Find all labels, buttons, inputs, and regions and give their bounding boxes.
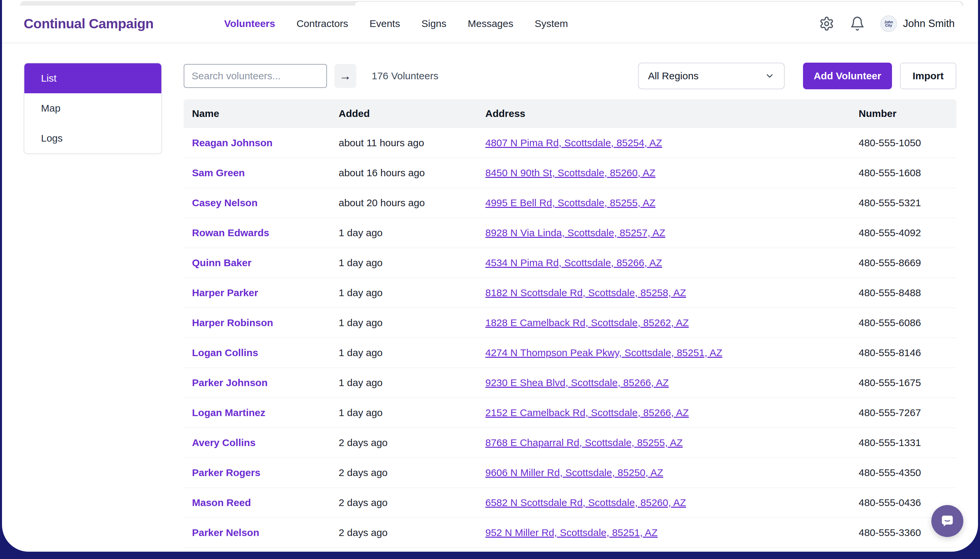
main-nav: Volunteers Contractors Events Signs Mess… — [224, 18, 568, 29]
table-row[interactable]: Parker Rogers 2 days ago 9606 N Miller R… — [184, 458, 956, 488]
sidebar-item-label: Map — [41, 103, 60, 114]
volunteer-name-link[interactable]: Parker Rogers — [192, 467, 260, 478]
volunteer-count: 176 Volunteers — [371, 70, 438, 82]
table-row[interactable]: Quinn Baker 1 day ago 4534 N Pima Rd, Sc… — [184, 248, 956, 278]
number-cell: 480-555-7267 — [850, 398, 956, 428]
volunteer-name-link[interactable]: Parker Nelson — [192, 527, 259, 538]
nav-volunteers[interactable]: Volunteers — [224, 18, 275, 29]
volunteer-name-link[interactable]: Logan Martinez — [192, 407, 265, 418]
avatar: John City — [881, 15, 897, 32]
nav-events[interactable]: Events — [369, 18, 400, 29]
address-link[interactable]: 9606 N Miller Rd, Scottsdale, 85250, AZ — [485, 467, 663, 478]
address-link[interactable]: 4807 N Pima Rd, Scottsdale, 85254, AZ — [485, 137, 662, 148]
table-row[interactable]: Sam Green about 16 hours ago 8450 N 90th… — [184, 158, 956, 188]
address-link[interactable]: 8928 N Via Linda, Scottsdale, 85257, AZ — [485, 227, 665, 238]
column-header-address[interactable]: Address — [477, 99, 850, 128]
address-link[interactable]: 4995 E Bell Rd, Scottsdale, 85255, AZ — [485, 197, 655, 208]
region-filter-select[interactable]: All Regions — [638, 63, 785, 89]
volunteer-name-link[interactable]: Mason Reed — [192, 497, 251, 508]
number-cell: 480-555-1608 — [850, 158, 956, 188]
number-cell: 480-555-6316 — [850, 547, 956, 552]
table-row[interactable]: Harper Parker 1 day ago 8182 N Scottsdal… — [184, 278, 956, 308]
address-link[interactable]: 8450 N 90th St, Scottsdale, 85260, AZ — [485, 167, 655, 178]
import-button[interactable]: Import — [900, 63, 956, 89]
column-header-added[interactable]: Added — [330, 99, 477, 128]
toolbar: → 176 Volunteers All Regions Add Volunte… — [184, 63, 956, 89]
add-volunteer-button[interactable]: Add Volunteer — [803, 63, 892, 89]
added-cell: 1 day ago — [330, 278, 477, 308]
address-link[interactable]: 6582 N Scottsdale Rd, Scottsdale, 85260,… — [485, 497, 686, 508]
sidebar: List Map Logs — [24, 63, 162, 154]
address-link[interactable]: 4534 N Pima Rd, Scottsdale, 85266, AZ — [485, 257, 662, 268]
added-cell: 2 days ago — [330, 518, 477, 547]
volunteers-panel: → 176 Volunteers All Regions Add Volunte… — [184, 63, 956, 552]
volunteer-name-link[interactable]: Avery Collins — [192, 437, 256, 448]
address-link[interactable]: 8768 E Chaparral Rd, Scottsdale, 85255, … — [485, 437, 683, 448]
table-row[interactable]: Harper Robinson 1 day ago 1828 E Camelba… — [184, 308, 956, 338]
table-row[interactable]: Logan Collins 1 day ago 4274 N Thompson … — [184, 338, 956, 368]
added-cell: about 20 hours ago — [330, 188, 477, 218]
table-row[interactable]: Parker Nelson 2 days ago 952 N Miller Rd… — [184, 518, 956, 547]
volunteer-name-link[interactable]: Casey Nelson — [192, 197, 258, 208]
added-cell: about 11 hours ago — [330, 128, 477, 158]
volunteer-name-link[interactable]: Quinn Baker — [192, 257, 251, 268]
added-cell: 1 day ago — [330, 398, 477, 428]
added-cell: about 16 hours ago — [330, 158, 477, 188]
table-row[interactable]: Rowan Edwards 1 day ago 8928 N Via Linda… — [184, 218, 956, 248]
table-row[interactable]: Avery Collins 2 days ago 8768 E Chaparra… — [184, 428, 956, 458]
number-cell: 480-555-1331 — [850, 428, 956, 458]
search-submit-arrow-icon[interactable]: → — [334, 64, 357, 88]
search-input[interactable] — [184, 64, 327, 88]
notifications-bell-icon[interactable] — [850, 16, 865, 31]
browser-tab-edge — [354, 1, 963, 6]
column-header-name[interactable]: Name — [184, 99, 330, 128]
volunteer-name-link[interactable]: Harper Robinson — [192, 317, 273, 328]
added-cell: 1 day ago — [330, 368, 477, 398]
table-header-row: Name Added Address Number — [184, 99, 956, 128]
number-cell: 480-555-8669 — [850, 248, 956, 278]
added-cell: 2 days ago — [330, 547, 477, 552]
table-row[interactable]: Casey Nelson about 20 hours ago 4995 E B… — [184, 188, 956, 218]
user-menu[interactable]: John City John Smith — [881, 15, 955, 32]
chat-widget-button[interactable] — [931, 505, 963, 537]
app-header: Continual Campaign Volunteers Contractor… — [2, 5, 978, 43]
sidebar-item-list[interactable]: List — [24, 63, 161, 93]
added-cell: 2 days ago — [330, 428, 477, 458]
content-area: List Map Logs → 176 Volunteers All Regio… — [2, 43, 978, 552]
volunteer-name-link[interactable]: Harper Parker — [192, 287, 258, 298]
volunteer-name-link[interactable]: Parker Johnson — [192, 377, 268, 388]
address-link[interactable]: 8182 N Scottsdale Rd, Scottsdale, 85258,… — [485, 287, 686, 298]
address-link[interactable]: 9230 E Shea Blvd, Scottsdale, 85266, AZ — [485, 377, 669, 388]
volunteer-name-link[interactable]: Logan Collins — [192, 347, 258, 358]
app-window: Continual Campaign Volunteers Contractor… — [2, 0, 978, 552]
table-row[interactable]: Reagan Johnson about 11 hours ago 4807 N… — [184, 128, 956, 158]
chevron-down-icon — [764, 71, 775, 81]
volunteer-name-link[interactable]: Sam Green — [192, 167, 245, 178]
number-cell: 480-555-8488 — [850, 278, 956, 308]
brand-logo[interactable]: Continual Campaign — [24, 16, 154, 31]
nav-messages[interactable]: Messages — [468, 18, 513, 29]
nav-system[interactable]: System — [535, 18, 568, 29]
nav-signs[interactable]: Signs — [421, 18, 446, 29]
table-row[interactable]: Parker Johnson 1 day ago 9230 E Shea Blv… — [184, 368, 956, 398]
number-cell: 480-555-6086 — [850, 308, 956, 338]
settings-gear-icon[interactable] — [819, 16, 834, 31]
sidebar-item-map[interactable]: Map — [24, 93, 161, 123]
volunteer-name-link[interactable]: Reagan Johnson — [192, 137, 273, 148]
browser-chrome — [2, 0, 978, 5]
nav-contractors[interactable]: Contractors — [296, 18, 348, 29]
added-cell: 1 day ago — [330, 308, 477, 338]
address-link[interactable]: 952 N Miller Rd, Scottsdale, 85251, AZ — [485, 527, 658, 538]
number-cell: 480-555-4350 — [850, 458, 956, 488]
sidebar-item-logs[interactable]: Logs — [24, 123, 161, 153]
address-link[interactable]: 1828 E Camelback Rd, Scottsdale, 85262, … — [485, 317, 689, 328]
address-link[interactable]: 4274 N Thompson Peak Pkwy, Scottsdale, 8… — [485, 347, 722, 358]
user-name: John Smith — [903, 18, 955, 30]
region-filter-value: All Regions — [648, 70, 699, 82]
volunteer-name-link[interactable]: Rowan Edwards — [192, 227, 269, 238]
address-link[interactable]: 2152 E Camelback Rd, Scottsdale, 85266, … — [485, 407, 689, 418]
column-header-number[interactable]: Number — [850, 99, 956, 128]
table-row[interactable]: Mason Reed 2 days ago 6582 N Scottsdale … — [184, 488, 956, 518]
table-row[interactable]: Logan Martinez 1 day ago 2152 E Camelbac… — [184, 398, 956, 428]
table-row[interactable]: Quinn Baker 2 days ago 3126 E McDonald D… — [184, 547, 956, 552]
